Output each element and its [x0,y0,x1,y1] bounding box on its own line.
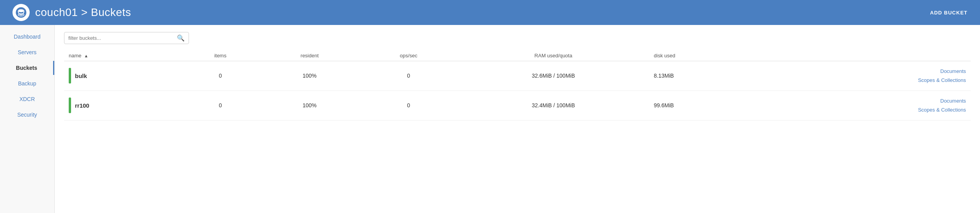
table-header-row: name ▲ items resident ops/sec RAM used/q… [64,50,971,61]
bucket-name: bulk [75,73,87,79]
cell-actions-1: Documents Scopes & Collections [761,91,971,120]
filter-input-wrap: 🔍 [64,32,189,44]
app-logo [12,4,30,21]
sidebar-item-buckets[interactable]: Buckets [0,61,54,75]
filter-input[interactable] [68,35,177,41]
cell-name-0: bulk [64,61,181,91]
bucket-status-indicator [69,98,71,113]
cell-items-0: 0 [181,61,260,91]
documents-link-0[interactable]: Documents [766,67,966,76]
sidebar-item-xdcr[interactable]: XDCR [0,92,54,106]
cell-resident-0: 100% [260,61,360,91]
table-row: bulk 0 100% 0 32.6MiB / 100MiB 8.13MiB D… [64,61,971,91]
col-header-ram: RAM used/quota [458,50,649,61]
col-header-resident: resident [260,50,360,61]
search-icon: 🔍 [177,34,185,42]
sidebar-item-backup[interactable]: Backup [0,76,54,91]
cell-ram-0: 32.6MiB / 100MiB [458,61,649,91]
cell-items-1: 0 [181,91,260,120]
buckets-table: name ▲ items resident ops/sec RAM used/q… [64,50,971,121]
cell-resident-1: 100% [260,91,360,120]
cell-ram-1: 32.4MiB / 100MiB [458,91,649,120]
cell-disk-1: 99.6MiB [649,91,762,120]
scopes-collections-link-1[interactable]: Scopes & Collections [766,105,966,114]
sidebar: Dashboard Servers Buckets Backup XDCR Se… [0,25,55,213]
col-header-disk: disk used [649,50,762,61]
cell-name-1: rr100 [64,91,181,120]
sidebar-item-security[interactable]: Security [0,108,54,122]
cell-ops-1: 0 [360,91,458,120]
col-header-ops: ops/sec [360,50,458,61]
col-header-name: name ▲ [64,50,181,61]
main-layout: Dashboard Servers Buckets Backup XDCR Se… [0,25,980,213]
table-row: rr100 0 100% 0 32.4MiB / 100MiB 99.6MiB … [64,91,971,120]
filter-bar: 🔍 [64,32,971,44]
app-header: couch01 > Buckets ADD BUCKET [0,0,980,25]
sidebar-item-servers[interactable]: Servers [0,45,54,59]
col-header-items: items [181,50,260,61]
cell-disk-0: 8.13MiB [649,61,762,91]
page-title: couch01 > Buckets [35,6,131,19]
sort-asc-icon: ▲ [84,53,88,58]
bucket-name: rr100 [75,102,89,109]
header-left: couch01 > Buckets [12,4,131,21]
svg-point-1 [18,9,24,12]
cell-actions-0: Documents Scopes & Collections [761,61,971,91]
scopes-collections-link-0[interactable]: Scopes & Collections [766,76,966,85]
bucket-status-indicator [69,68,71,83]
documents-link-1[interactable]: Documents [766,96,966,105]
add-bucket-button[interactable]: ADD BUCKET [930,10,968,16]
cell-ops-0: 0 [360,61,458,91]
main-content: 🔍 name ▲ items resident ops/sec RAM used… [55,25,980,213]
sidebar-item-dashboard[interactable]: Dashboard [0,30,54,44]
col-header-actions [761,50,971,61]
